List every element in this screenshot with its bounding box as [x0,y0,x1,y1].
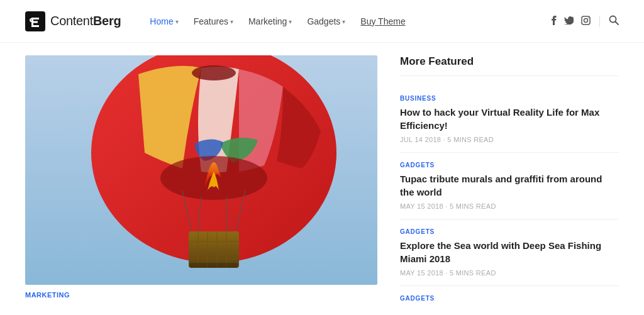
site-logo[interactable]: ContentBerg [25,11,121,31]
search-icon[interactable] [609,15,619,28]
article-category-1: BUSINESS [400,95,619,102]
article-meta-1: JUL 14 2018 · 5 MINS READ [400,136,619,143]
site-header: ContentBerg Home ▾ Features ▾ Marketing … [0,0,644,43]
header-right [552,15,619,28]
twitter-icon[interactable] [564,16,574,26]
featured-category: MARKETING [25,285,377,301]
chevron-down-icon: ▾ [342,18,345,25]
sidebar-article-2: GADGETS Tupac tribute murals and graffit… [400,153,619,219]
svg-line-5 [616,21,619,25]
svg-rect-21 [190,263,238,268]
logo-text: ContentBerg [50,14,121,28]
nav-item-home[interactable]: Home ▾ [143,11,184,31]
chevron-down-icon: ▾ [230,18,233,25]
social-icons [552,16,591,27]
nav-item-features[interactable]: Features ▾ [187,11,240,31]
svg-point-2 [584,18,588,22]
facebook-icon[interactable] [552,16,557,27]
sidebar: More Featured BUSINESS How to hack your … [377,55,619,314]
article-title-3[interactable]: Explore the Sea world with Deep Sea Fish… [400,239,619,265]
main-content: MARKETING More Featured BUSINESS How to … [0,43,644,314]
article-title-2[interactable]: Tupac tribute murals and graffiti from a… [400,172,619,199]
svg-point-3 [588,17,589,18]
nav-buy-theme[interactable]: Buy Theme [354,11,411,31]
chevron-down-icon: ▾ [289,18,292,25]
svg-rect-13 [189,231,239,268]
sidebar-article-3: GADGETS Explore the Sea world with Deep … [400,219,619,286]
instagram-icon[interactable] [581,16,591,27]
svg-point-22 [192,65,236,80]
nav-item-gadgets[interactable]: Gadgets ▾ [301,11,352,31]
article-meta-2: MAY 15 2018 · 5 MINS READ [400,202,619,210]
sidebar-title: More Featured [400,55,619,76]
featured-main: MARKETING [25,55,377,314]
featured-image-wrap [25,55,377,285]
header-divider [599,16,600,27]
article-category-3: GADGETS [400,228,619,235]
article-meta-3: MAY 15 2018 · 5 MINS READ [400,269,619,277]
chevron-down-icon: ▾ [175,18,179,25]
logo-icon [25,11,45,31]
featured-image [25,55,377,285]
article-category-4: GADGETS [400,295,619,302]
article-title-1[interactable]: How to hack your Virtual Reality Life fo… [400,106,619,132]
sidebar-article-1: BUSINESS How to hack your Virtual Realit… [400,86,619,153]
nav-item-marketing[interactable]: Marketing ▾ [242,11,298,31]
main-nav: Home ▾ Features ▾ Marketing ▾ Gadgets ▾ … [143,11,552,31]
sidebar-article-4: GADGETS [400,286,619,314]
article-category-2: GADGETS [400,162,619,169]
